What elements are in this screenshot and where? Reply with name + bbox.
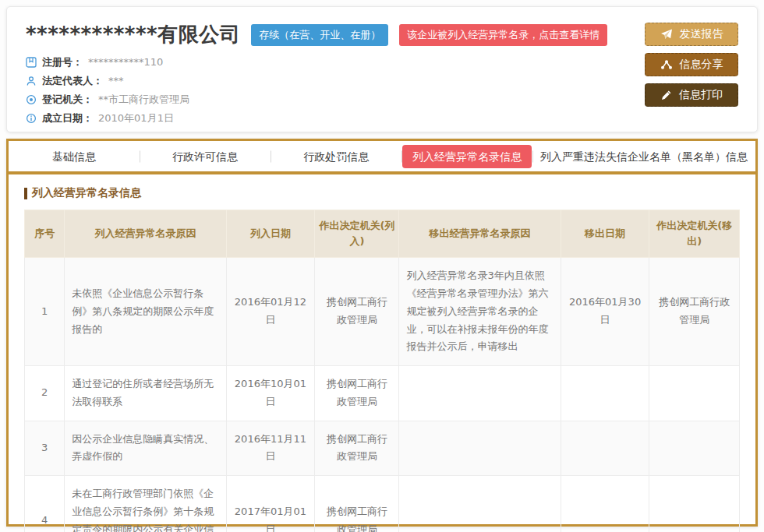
company-header-card: ************有限公司 存续（在营、开业、在册） 该企业被列入经营异常…: [6, 6, 758, 132]
cell-index: 4: [25, 476, 65, 532]
title-bar-icon: [24, 188, 27, 199]
company-name: ************有限公司: [26, 21, 240, 48]
tab[interactable]: 列入经营异常名录信息: [401, 149, 532, 164]
field-value: **市工商行政管理局: [98, 93, 189, 106]
field-legal-representative: 法定代表人： ***: [26, 74, 738, 87]
cell-list-authority: 携创网工商行政管理局: [315, 366, 399, 421]
cell-index: 1: [25, 258, 65, 366]
cell-list-reason: 未在工商行政管理部门依照《企业信息公示暂行条例》第十条规定责令的期限内公示有关企…: [65, 476, 226, 532]
tab[interactable]: 列入严重违法失信企业名单（黑名单）信息: [532, 149, 755, 164]
cell-remove-date: 2016年01月30日: [561, 258, 649, 366]
detail-card: 基础信息 行政许可信息 行政处罚信息 列入经营异常名录信息 列入严重违法失信企业…: [6, 139, 758, 527]
field-registration-number: 注册号： ***********110: [26, 55, 738, 69]
info-icon: [26, 113, 37, 124]
cell-list-authority: 携创网工商行政管理局: [315, 421, 399, 476]
cell-remove-authority: [649, 476, 740, 532]
cell-remove-reason: [399, 476, 561, 532]
send-report-label: 发送报告: [680, 27, 723, 41]
tab[interactable]: 行政处罚信息: [271, 149, 401, 164]
tab-label: 列入严重违法失信企业名单（黑名单）信息: [540, 150, 748, 163]
print-info-button[interactable]: 信息打印: [645, 83, 738, 107]
tab[interactable]: 行政许可信息: [140, 149, 271, 164]
print-icon: [660, 90, 672, 101]
field-label: 法定代表人：: [42, 74, 103, 87]
field-value: ***********110: [88, 55, 163, 69]
cell-list-date: 2016年01月12日: [226, 258, 315, 366]
cell-remove-authority: 携创网工商行政管理局: [649, 258, 740, 366]
tab[interactable]: 基础信息: [9, 149, 140, 164]
print-info-label: 信息打印: [679, 88, 723, 102]
field-label: 成立日期：: [42, 111, 93, 125]
send-report-button[interactable]: 发送报告: [645, 23, 738, 46]
table-header-cell: 列入经营异常名录原因: [65, 210, 226, 258]
table-row: 3 因公示企业信息隐瞒真实情况、弄虚作假的 2016年11月11日 携创网工商行…: [25, 421, 740, 476]
cell-remove-authority: [649, 366, 740, 421]
field-label: 注册号：: [42, 55, 83, 69]
section-title: 列入经营异常名录信息: [24, 186, 740, 200]
cell-remove-date: [561, 366, 649, 421]
cell-remove-reason: 列入经营异常名录3年内且依照《经营异常名录管理办法》第六规定被列入经营异常名录的…: [399, 258, 561, 366]
table-header-row: 序号 列入经营异常名录原因 列入日期 作出决定机关(列入) 移出经营异常名录原因…: [25, 210, 740, 258]
cell-remove-reason: [399, 421, 561, 476]
tab-label: 行政处罚信息: [303, 150, 369, 163]
table-header-cell: 作出决定机关(移出): [649, 210, 740, 258]
cell-list-authority: 携创网工商行政管理局: [315, 258, 399, 366]
field-value: 2010年01月1日: [98, 111, 174, 125]
section-title-text: 列入经营异常名录信息: [32, 186, 141, 200]
share-info-label: 信息分享: [680, 58, 723, 72]
person-icon: [26, 76, 37, 86]
cell-list-authority: 携创网工商行政管理局: [315, 476, 399, 532]
cell-index: 2: [25, 366, 65, 421]
cell-list-date: 2016年11月11日: [226, 421, 315, 476]
table-row: 4 未在工商行政管理部门依照《企业信息公示暂行条例》第十条规定责令的期限内公示有…: [25, 476, 740, 532]
certificate-icon: [26, 57, 37, 68]
field-value: ***: [108, 74, 124, 87]
tab-label: 行政许可信息: [172, 150, 238, 163]
table-row: 2 通过登记的住所或者经营场所无法取得联系 2016年10月01日 携创网工商行…: [25, 366, 740, 421]
company-title-row: ************有限公司 存续（在营、开业、在册） 该企业被列入经营异常…: [26, 21, 738, 48]
abnormal-records-table: 序号 列入经营异常名录原因 列入日期 作出决定机关(列入) 移出经营异常名录原因…: [24, 210, 740, 532]
table-row: 1 未依照《企业信息公示暂行条例》第八条规定的期限公示年度报告的 2016年01…: [25, 258, 740, 366]
status-badge: 存续（在营、开业、在册）: [251, 24, 388, 46]
table-header-cell: 序号: [25, 210, 65, 258]
send-icon: [660, 28, 673, 41]
table-header-cell: 移出日期: [561, 210, 649, 258]
cell-list-date: 2016年10月01日: [226, 366, 315, 421]
cell-remove-authority: [649, 421, 740, 476]
table-header-cell: 作出决定机关(列入): [315, 210, 399, 258]
share-icon: [660, 58, 673, 71]
abnormal-alert-badge[interactable]: 该企业被列入经营异常名录，点击查看详情: [399, 24, 607, 46]
tab-bar: 基础信息 行政许可信息 行政处罚信息 列入经营异常名录信息 列入严重违法失信企业…: [9, 141, 755, 174]
cell-list-reason: 未依照《企业信息公示暂行条例》第八条规定的期限公示年度报告的: [65, 258, 226, 366]
cell-remove-date: [561, 421, 649, 476]
share-info-button[interactable]: 信息分享: [645, 53, 738, 76]
location-icon: [26, 94, 37, 105]
company-fields: 注册号： ***********110 法定代表人： *** 登记机关： **市…: [26, 55, 738, 125]
field-label: 登记机关：: [42, 93, 93, 106]
action-buttons: 发送报告 信息分享 信息打印: [645, 23, 738, 107]
cell-remove-date: [561, 476, 649, 532]
field-registration-authority: 登记机关： **市工商行政管理局: [26, 93, 738, 106]
tab-label: 基础信息: [52, 150, 96, 163]
cell-list-reason: 因公示企业信息隐瞒真实情况、弄虚作假的: [65, 421, 226, 476]
table-header-cell: 列入日期: [226, 210, 315, 258]
cell-list-reason: 通过登记的住所或者经营场所无法取得联系: [65, 366, 226, 421]
cell-index: 3: [25, 421, 65, 476]
cell-list-date: 2017年01月01日: [226, 476, 315, 532]
field-establish-date: 成立日期： 2010年01月1日: [26, 111, 738, 125]
cell-remove-reason: [399, 366, 561, 421]
tab-label: 列入经营异常名录信息: [402, 145, 532, 168]
tab-content: 列入经营异常名录信息 序号 列入经营异常名录原因 列入日期 作出决定机关(列入): [9, 174, 755, 532]
table-header-cell: 移出经营异常名录原因: [399, 210, 561, 258]
